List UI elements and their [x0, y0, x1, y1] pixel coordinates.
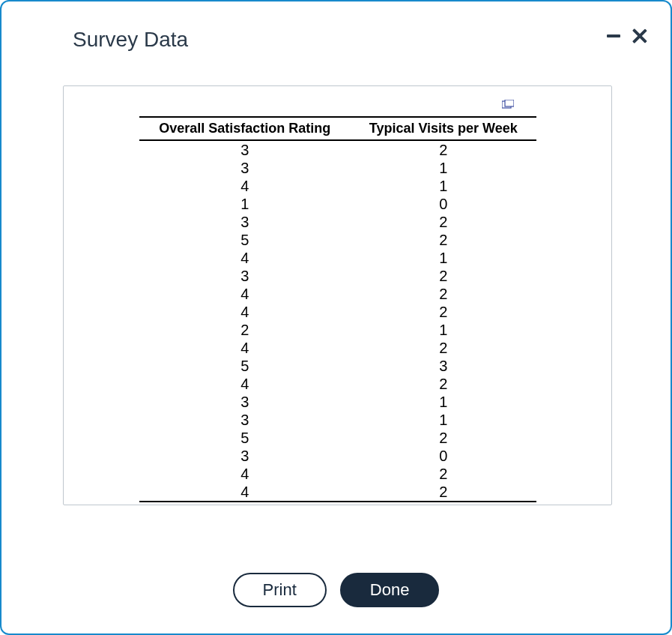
table-row: 30 [139, 447, 536, 465]
done-button[interactable]: Done [340, 573, 440, 607]
cell-rating: 3 [139, 393, 351, 411]
table-row: 42 [139, 483, 536, 502]
cell-visits: 2 [351, 285, 536, 303]
cell-rating: 4 [139, 249, 351, 267]
svg-rect-1 [505, 100, 514, 106]
cell-rating: 4 [139, 177, 351, 195]
cell-rating: 5 [139, 357, 351, 375]
print-button[interactable]: Print [233, 573, 327, 607]
modal-title: Survey Data [73, 28, 188, 52]
cell-rating: 4 [139, 285, 351, 303]
cell-rating: 3 [139, 411, 351, 429]
cell-visits: 2 [351, 231, 536, 249]
cell-rating: 4 [139, 483, 351, 502]
table-row: 32 [139, 213, 536, 231]
cell-rating: 1 [139, 195, 351, 213]
cell-visits: 2 [351, 483, 536, 502]
table-row: 21 [139, 321, 536, 339]
cell-rating: 3 [139, 447, 351, 465]
cell-visits: 0 [351, 447, 536, 465]
cell-visits: 2 [351, 429, 536, 447]
cell-rating: 2 [139, 321, 351, 339]
table-row: 32 [139, 267, 536, 285]
table-row: 31 [139, 411, 536, 429]
survey-table: Overall Satisfaction Rating Typical Visi… [139, 116, 536, 502]
titlebar: Survey Data [1, 1, 671, 52]
cell-rating: 4 [139, 339, 351, 357]
cell-visits: 2 [351, 303, 536, 321]
table-row: 41 [139, 177, 536, 195]
cell-rating: 4 [139, 303, 351, 321]
window-controls [606, 28, 648, 44]
cell-visits: 1 [351, 321, 536, 339]
cell-rating: 3 [139, 140, 351, 159]
cell-rating: 3 [139, 267, 351, 285]
cell-visits: 3 [351, 357, 536, 375]
cell-visits: 1 [351, 177, 536, 195]
table-row: 41 [139, 249, 536, 267]
cell-rating: 5 [139, 231, 351, 249]
close-icon[interactable] [632, 28, 648, 44]
cell-visits: 2 [351, 267, 536, 285]
table-row: 42 [139, 465, 536, 483]
cell-visits: 1 [351, 159, 536, 177]
survey-data-modal: Survey Data Overall Satisfaction Rating … [0, 0, 672, 635]
table-row: 53 [139, 357, 536, 375]
cell-visits: 1 [351, 411, 536, 429]
popout-icon[interactable] [502, 100, 514, 109]
col-header-rating: Overall Satisfaction Rating [139, 117, 351, 140]
cell-rating: 3 [139, 213, 351, 231]
table-row: 52 [139, 231, 536, 249]
cell-visits: 0 [351, 195, 536, 213]
cell-visits: 2 [351, 213, 536, 231]
cell-visits: 2 [351, 339, 536, 357]
cell-rating: 4 [139, 465, 351, 483]
button-row: Print Done [1, 573, 671, 607]
col-header-visits: Typical Visits per Week [351, 117, 536, 140]
cell-visits: 1 [351, 249, 536, 267]
cell-rating: 3 [139, 159, 351, 177]
cell-rating: 4 [139, 375, 351, 393]
table-row: 31 [139, 393, 536, 411]
table-row: 52 [139, 429, 536, 447]
content-box: Overall Satisfaction Rating Typical Visi… [63, 85, 612, 505]
table-row: 42 [139, 303, 536, 321]
minimize-icon[interactable] [606, 28, 621, 43]
table-row: 32 [139, 140, 536, 159]
table-row: 31 [139, 159, 536, 177]
table-row: 42 [139, 285, 536, 303]
cell-visits: 2 [351, 375, 536, 393]
table-row: 42 [139, 375, 536, 393]
cell-visits: 1 [351, 393, 536, 411]
cell-visits: 2 [351, 140, 536, 159]
table-row: 42 [139, 339, 536, 357]
cell-visits: 2 [351, 465, 536, 483]
cell-rating: 5 [139, 429, 351, 447]
table-row: 10 [139, 195, 536, 213]
